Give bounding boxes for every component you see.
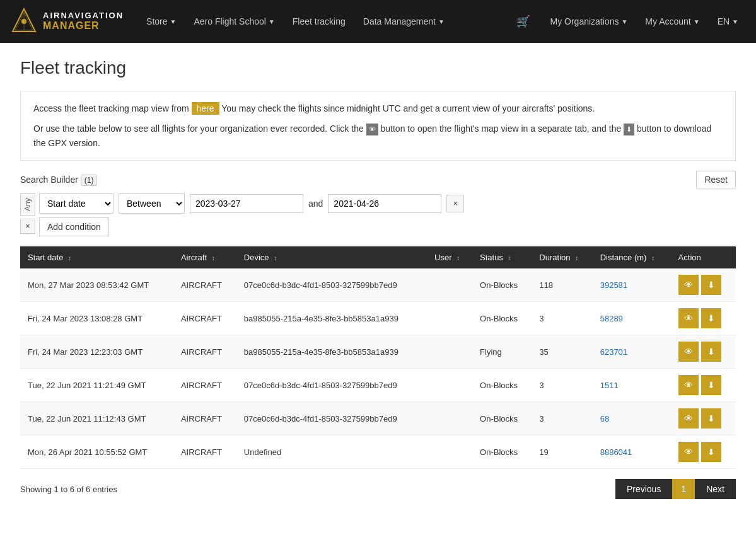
cell-device: ba985055-215a-4e35-8fe3-bb5853a1a939: [236, 302, 427, 335]
table-row: Fri, 24 Mar 2023 12:23:03 GMT AIRCRAFT b…: [20, 335, 736, 369]
remove-condition-button[interactable]: ×: [446, 195, 464, 212]
filter-container: Any × Start date Aircraft Device User St…: [20, 193, 736, 236]
showing-text: Showing 1 to 6 of 6 entries: [20, 485, 117, 494]
chevron-down-icon: ▼: [269, 18, 275, 25]
nav-my-account[interactable]: My Account ▼: [637, 11, 707, 32]
cell-aircraft: AIRCRAFT: [173, 335, 236, 369]
sort-icon[interactable]: ↕: [508, 255, 511, 262]
page-1-button[interactable]: 1: [672, 479, 695, 499]
cart-icon[interactable]: 🛒: [509, 9, 538, 33]
main-content: Fleet tracking Access the fleet tracking…: [0, 43, 756, 547]
chevron-down-icon: ▼: [621, 18, 627, 25]
nav-right: My Organizations ▼ My Account ▼ EN ▼: [543, 11, 746, 32]
cell-start-date: Tue, 22 Jun 2021 11:21:49 GMT: [20, 369, 173, 402]
here-button[interactable]: here: [192, 102, 219, 115]
cell-status: On-Blocks: [472, 268, 532, 302]
cell-distance: 58289: [593, 302, 671, 335]
gpx-icon-info: ⬇: [624, 124, 634, 136]
cell-start-date: Fri, 24 Mar 2023 12:23:03 GMT: [20, 335, 173, 369]
view-flight-button[interactable]: 👁: [678, 375, 699, 395]
sort-icon[interactable]: ↕: [212, 255, 215, 262]
cell-distance: 623701: [593, 335, 671, 369]
condition-select[interactable]: Between Equals Not equals Before After: [119, 193, 185, 214]
nav-store[interactable]: Store ▼: [139, 11, 183, 32]
chevron-down-icon: ▼: [694, 18, 700, 25]
view-flight-button[interactable]: 👁: [678, 308, 699, 328]
cell-action: 👁 ⬇: [671, 435, 736, 469]
table-header-row: Start date ↕ Aircraft ↕ Device ↕ User ↕: [20, 246, 736, 268]
download-gpx-button[interactable]: ⬇: [701, 275, 721, 295]
search-builder-header: Search Builder (1) Reset: [20, 171, 736, 188]
cell-duration: 3: [532, 302, 592, 335]
download-gpx-button[interactable]: ⬇: [701, 342, 721, 362]
info-line-2: Or use the table below to see all flight…: [33, 122, 723, 150]
info-panel: Access the fleet tracking map view from …: [20, 91, 736, 161]
cell-device: ba985055-215a-4e35-8fe3-bb5853a1a939: [236, 335, 427, 369]
cell-distance: 68: [593, 402, 671, 435]
cell-start-date: Fri, 24 Mar 2023 13:08:28 GMT: [20, 302, 173, 335]
download-gpx-button[interactable]: ⬇: [701, 375, 721, 395]
reset-button[interactable]: Reset: [696, 171, 736, 188]
sort-icon[interactable]: ↕: [651, 255, 654, 262]
cell-user: [427, 335, 472, 369]
cell-user: [427, 435, 472, 469]
cell-status: Flying: [472, 335, 532, 369]
cell-action: 👁 ⬇: [671, 402, 736, 435]
sort-icon[interactable]: ↕: [68, 255, 71, 262]
cell-distance: 1511: [593, 369, 671, 402]
nav-my-organizations[interactable]: My Organizations ▼: [543, 11, 636, 32]
brand-logo[interactable]: AIRNAVIGATION MANAGER: [10, 8, 124, 35]
add-condition-row: Add condition: [39, 217, 464, 236]
cell-aircraft: AIRCRAFT: [173, 402, 236, 435]
chevron-down-icon: ▼: [170, 18, 177, 25]
cell-device: 07ce0c6d-b3dc-4fd1-8503-327599bb7ed9: [236, 369, 427, 402]
cell-start-date: Mon, 27 Mar 2023 08:53:42 GMT: [20, 268, 173, 302]
nav-fleet-tracking[interactable]: Fleet tracking: [285, 11, 353, 32]
cell-duration: 3: [532, 402, 592, 435]
col-user: User ↕: [427, 246, 472, 268]
search-builder-badge: (1): [81, 175, 98, 186]
field-select[interactable]: Start date Aircraft Device User Status D…: [39, 193, 113, 214]
cell-action: 👁 ⬇: [671, 302, 736, 335]
info-line-1: Access the fleet tracking map view from …: [33, 101, 723, 115]
view-flight-button[interactable]: 👁: [678, 408, 699, 429]
view-flight-button[interactable]: 👁: [678, 342, 699, 362]
sort-icon[interactable]: ↕: [575, 255, 578, 262]
filter-value2-input[interactable]: [328, 194, 441, 213]
cell-device: 07ce0c6d-b3dc-4fd1-8503-327599bb7ed9: [236, 268, 427, 302]
download-gpx-button[interactable]: ⬇: [701, 308, 721, 328]
view-flight-button[interactable]: 👁: [678, 275, 699, 295]
pagination: Previous 1 Next: [615, 479, 736, 499]
cell-action: 👁 ⬇: [671, 268, 736, 302]
sort-icon[interactable]: ↕: [457, 255, 460, 262]
cell-distance: 8886041: [593, 435, 671, 469]
cell-device: 07ce0c6d-b3dc-4fd1-8503-327599bb7ed9: [236, 402, 427, 435]
close-x-button[interactable]: ×: [20, 219, 35, 234]
filter-controls: Start date Aircraft Device User Status D…: [39, 193, 464, 236]
col-device: Device ↕: [236, 246, 427, 268]
cell-duration: 35: [532, 335, 592, 369]
nav-language[interactable]: EN ▼: [710, 11, 746, 32]
cell-duration: 3: [532, 369, 592, 402]
cell-device: Undefined: [236, 435, 427, 469]
navbar: AIRNAVIGATION MANAGER Store ▼ Aero Fligh…: [0, 0, 756, 43]
sort-icon[interactable]: ↕: [274, 255, 277, 262]
add-condition-button[interactable]: Add condition: [39, 217, 109, 236]
download-gpx-button[interactable]: ⬇: [701, 442, 721, 462]
chevron-down-icon: ▼: [732, 18, 738, 25]
nav-aero-flight-school[interactable]: Aero Flight School ▼: [186, 11, 282, 32]
view-flight-button[interactable]: 👁: [678, 442, 699, 462]
cell-user: [427, 369, 472, 402]
any-label: Any: [20, 193, 35, 216]
col-start-date: Start date ↕: [20, 246, 173, 268]
download-gpx-button[interactable]: ⬇: [701, 408, 721, 429]
previous-button[interactable]: Previous: [615, 479, 672, 499]
filter-value1-input[interactable]: [190, 194, 303, 213]
cell-aircraft: AIRCRAFT: [173, 369, 236, 402]
table-row: Tue, 22 Jun 2021 11:12:43 GMT AIRCRAFT 0…: [20, 402, 736, 435]
nav-items: Store ▼ Aero Flight School ▼ Fleet track…: [139, 11, 503, 32]
next-button[interactable]: Next: [695, 479, 736, 499]
chevron-down-icon: ▼: [438, 18, 445, 25]
nav-data-management[interactable]: Data Management ▼: [356, 11, 452, 32]
table-row: Mon, 27 Mar 2023 08:53:42 GMT AIRCRAFT 0…: [20, 268, 736, 302]
